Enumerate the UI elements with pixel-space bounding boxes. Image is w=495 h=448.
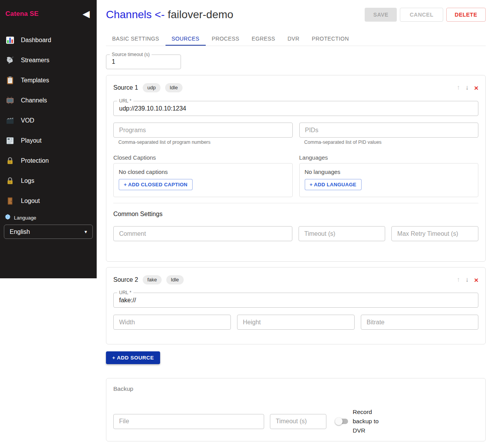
- sidebar-item-logs[interactable]: Logs: [0, 171, 97, 191]
- source-1-title: Source 1: [113, 84, 138, 91]
- comment-input[interactable]: [114, 227, 292, 241]
- programs-field: [113, 123, 293, 138]
- timeout-input[interactable]: [299, 227, 385, 241]
- url-label: URL *: [117, 290, 133, 295]
- language-selected-value: English: [10, 228, 30, 235]
- backup-timeout-field: [270, 414, 326, 429]
- backup-timeout-input[interactable]: [270, 414, 326, 429]
- sidebar-item-dashboard[interactable]: Dashboard: [0, 30, 97, 50]
- breadcrumb-channels-link[interactable]: Channels <-: [106, 9, 165, 20]
- source-1-status-badge: Idle: [165, 83, 183, 92]
- record-backup-toggle[interactable]: [335, 417, 348, 425]
- height-input[interactable]: [237, 315, 354, 329]
- source-2-url-input[interactable]: [114, 293, 478, 307]
- url-label: URL *: [117, 98, 133, 104]
- toggle-knob: [335, 417, 343, 425]
- source-1-url-input[interactable]: [114, 101, 478, 116]
- sidebar-item-label: Channels: [21, 97, 47, 104]
- lock-icon: [5, 156, 15, 165]
- timeout-field: [299, 226, 386, 241]
- clipboard-icon: [5, 76, 15, 85]
- closed-captions-label: Closed Captions: [113, 154, 293, 161]
- sidebar-item-templates[interactable]: Templates: [0, 70, 97, 90]
- tab-dvr[interactable]: DVR: [282, 33, 306, 46]
- language-select[interactable]: English ▾: [4, 225, 93, 239]
- sidebar-item-label: Dashboard: [21, 37, 51, 44]
- chevron-down-icon: ▾: [84, 229, 87, 235]
- source-2-status-badge: Idle: [166, 275, 184, 284]
- add-language-button[interactable]: + ADD LANGUAGE: [305, 179, 362, 190]
- width-input[interactable]: [114, 315, 230, 329]
- max-retry-timeout-field: [391, 226, 478, 241]
- closed-captions-box: No closed captions + ADD CLOSED CAPTION: [113, 163, 293, 197]
- sidebar-item-label: Logout: [21, 198, 40, 204]
- source-1-url-field: URL *: [113, 101, 478, 116]
- sidebar-nav: Dashboard Streamers Templates Channels V…: [0, 30, 97, 211]
- main-content: Channels <-failover-demo SAVE CANCEL DEL…: [97, 0, 495, 441]
- save-button[interactable]: SAVE: [365, 8, 397, 22]
- clapperboard-icon: [5, 116, 15, 125]
- move-up-icon[interactable]: ↑: [457, 84, 460, 92]
- sidebar-item-protection[interactable]: Protection: [0, 151, 97, 171]
- pids-helper-text: Comma-separated list of PID values: [299, 140, 479, 145]
- backup-file-field: [113, 414, 264, 429]
- backup-file-input[interactable]: [114, 414, 264, 429]
- source-2-protocol-badge: fake: [143, 275, 162, 284]
- page-title: failover-demo: [168, 9, 234, 20]
- pids-input[interactable]: [300, 123, 478, 137]
- sidebar-item-streamers[interactable]: Streamers: [0, 50, 97, 70]
- move-down-icon[interactable]: ↓: [465, 84, 469, 92]
- bar-chart-icon: [5, 36, 15, 45]
- tv-icon: [5, 96, 15, 105]
- languages-empty-text: No languages: [305, 169, 473, 175]
- source-1-protocol-badge: udp: [143, 83, 160, 92]
- source-2-title: Source 2: [113, 276, 138, 283]
- satellite-dish-icon: [5, 56, 15, 65]
- language-label: Language: [14, 215, 36, 221]
- language-label-row: Language: [0, 214, 97, 221]
- backup-title: Backup: [113, 385, 478, 392]
- languages-box: No languages + ADD LANGUAGE: [299, 163, 479, 197]
- remove-source-icon[interactable]: ×: [474, 84, 478, 92]
- tab-bar: BASIC SETTINGS SOURCES PROCESS EGRESS DV…: [106, 33, 486, 46]
- source-1-card: Source 1 udp Idle ↑ ↓ × URL * Comma-sepa…: [106, 75, 486, 262]
- collapse-sidebar-icon[interactable]: ◀: [83, 9, 90, 19]
- sidebar-item-channels[interactable]: Channels: [0, 90, 97, 111]
- height-field: [237, 315, 355, 330]
- source-2-card: Source 2 fake Idle ↑ ↓ × URL *: [106, 267, 486, 344]
- sidebar-item-label: Templates: [21, 77, 49, 84]
- tab-protection[interactable]: PROTECTION: [306, 33, 355, 46]
- languages-label: Languages: [299, 154, 479, 161]
- brand-logo: Catena SE: [5, 10, 39, 18]
- backup-card: Backup Record backup to DVR: [106, 378, 486, 441]
- bitrate-input[interactable]: [361, 315, 478, 329]
- sidebar-item-label: VOD: [21, 117, 34, 124]
- tab-sources[interactable]: SOURCES: [166, 33, 206, 46]
- tab-process[interactable]: PROCESS: [206, 33, 246, 46]
- section-divider: [113, 203, 478, 203]
- page-header: Channels <-failover-demo SAVE CANCEL DEL…: [106, 7, 486, 22]
- programs-input[interactable]: [114, 123, 292, 137]
- lock-icon: [5, 176, 15, 186]
- sidebar-item-vod[interactable]: VOD: [0, 111, 97, 131]
- add-source-button[interactable]: + ADD SOURCE: [106, 351, 160, 364]
- common-settings-title: Common Settings: [113, 211, 478, 218]
- bitrate-field: [361, 315, 478, 330]
- remove-source-icon[interactable]: ×: [474, 276, 478, 284]
- delete-button[interactable]: DELETE: [446, 8, 486, 22]
- comment-field: [113, 226, 292, 241]
- sidebar-item-label: Streamers: [21, 57, 50, 64]
- sidebar-item-playout[interactable]: Playout: [0, 131, 97, 151]
- programs-helper-text: Comma-separated list of program numbers: [113, 140, 293, 145]
- source-timeout-field: Source timeout (s): [106, 55, 181, 69]
- pids-field: [299, 123, 479, 138]
- tab-egress[interactable]: EGRESS: [246, 33, 282, 46]
- tab-basic-settings[interactable]: BASIC SETTINGS: [106, 33, 166, 46]
- add-closed-caption-button[interactable]: + ADD CLOSED CAPTION: [119, 179, 193, 190]
- move-up-icon[interactable]: ↑: [457, 276, 460, 284]
- move-down-icon[interactable]: ↓: [465, 276, 469, 284]
- sidebar-item-label: Logs: [21, 177, 34, 184]
- max-retry-timeout-input[interactable]: [392, 227, 478, 241]
- cancel-button[interactable]: CANCEL: [400, 8, 443, 22]
- sidebar-item-logout[interactable]: Logout: [0, 191, 97, 211]
